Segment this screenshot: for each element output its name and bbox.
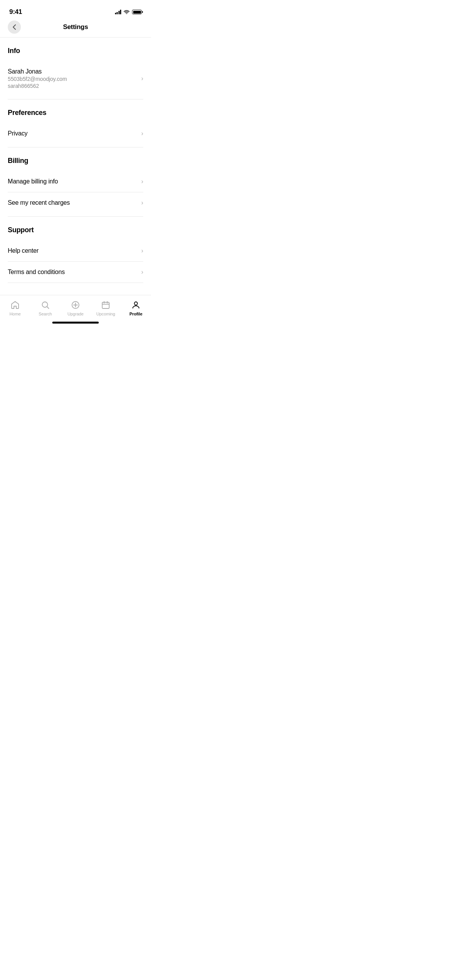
chevron-right-icon: › [141,269,143,276]
upcoming-nav-label: Upcoming [96,312,115,316]
status-bar: 9:41 [0,0,151,19]
back-button[interactable] [8,21,21,34]
nav-item-home[interactable]: Home [0,300,30,316]
wifi-icon [124,10,130,14]
preferences-section-title: Preferences [8,109,143,117]
status-icons [115,10,142,14]
recent-charges-label: See my recent charges [8,199,70,206]
chevron-right-icon: › [141,178,143,185]
nav-item-upcoming[interactable]: Upcoming [91,300,121,316]
info-section: Info Sarah Jonas 5503b5f2@moodjoy.com sa… [0,38,151,96]
chevron-right-icon: › [141,247,143,254]
user-handle: sarah866562 [8,83,67,89]
preferences-section: Preferences Privacy › [0,99,151,144]
search-icon [40,300,50,310]
profile-nav-label: Profile [129,312,142,316]
page-title: Settings [63,23,88,31]
user-name: Sarah Jonas [8,68,67,75]
recent-charges-item[interactable]: See my recent charges › [8,192,143,213]
manage-billing-label: Manage billing info [8,178,58,185]
upcoming-icon [101,300,111,310]
svg-rect-2 [102,302,109,308]
battery-icon [132,10,142,14]
help-center-label: Help center [8,247,39,254]
bottom-navigation: Home Search Upgrade [0,295,151,327]
upgrade-nav-label: Upgrade [67,312,84,316]
nav-item-upgrade[interactable]: Upgrade [60,300,91,316]
page-header: Settings [0,19,151,38]
terms-label: Terms and conditions [8,269,65,276]
info-section-title: Info [8,47,143,55]
chevron-right-icon: › [141,130,143,137]
support-section-title: Support [8,226,143,234]
home-indicator [52,322,99,324]
upgrade-icon [70,300,81,310]
billing-section: Billing Manage billing info › See my rec… [0,147,151,213]
privacy-item[interactable]: Privacy › [8,123,143,144]
chevron-right-icon: › [141,199,143,206]
help-center-item[interactable]: Help center › [8,240,143,262]
privacy-label: Privacy [8,130,27,137]
home-nav-label: Home [10,312,21,316]
terms-item[interactable]: Terms and conditions › [8,262,143,283]
settings-content: Info Sarah Jonas 5503b5f2@moodjoy.com sa… [0,38,151,290]
profile-icon [131,300,141,310]
user-email: 5503b5f2@moodjoy.com [8,76,67,82]
back-chevron-icon [13,24,16,30]
signal-icon [115,10,122,14]
privacy-policy-item[interactable]: Privacy policy › [8,283,143,290]
support-section: Support Help center › Terms and conditio… [0,217,151,290]
search-nav-label: Search [39,312,52,316]
home-icon [10,300,20,310]
user-profile-info: Sarah Jonas 5503b5f2@moodjoy.com sarah86… [8,68,67,89]
status-time: 9:41 [9,8,22,16]
svg-point-3 [134,302,137,305]
manage-billing-item[interactable]: Manage billing info › [8,171,143,192]
nav-item-search[interactable]: Search [30,300,60,316]
nav-items-container: Home Search Upgrade [0,295,151,319]
nav-item-profile[interactable]: Profile [121,300,151,316]
chevron-right-icon: › [141,75,143,82]
user-profile-item[interactable]: Sarah Jonas 5503b5f2@moodjoy.com sarah86… [8,61,143,96]
billing-section-title: Billing [8,157,143,165]
